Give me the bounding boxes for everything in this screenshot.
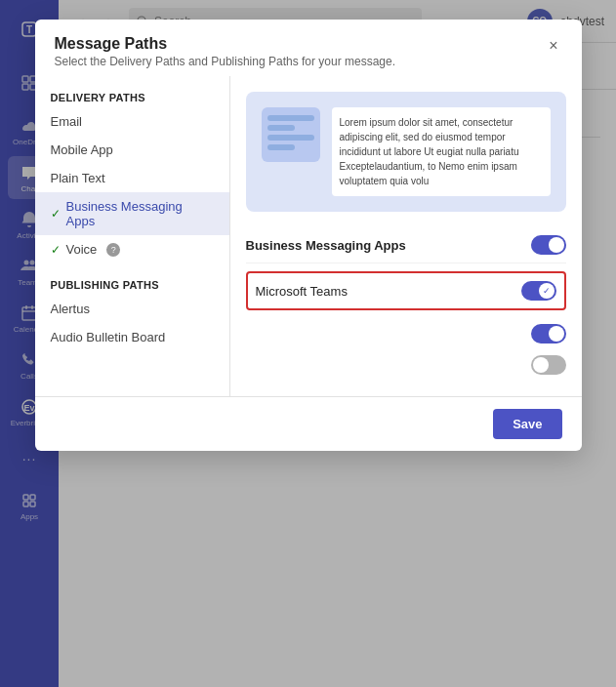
ms-teams-toggle[interactable] bbox=[521, 281, 556, 301]
extra-toggle-row-2 bbox=[246, 349, 566, 381]
preview-phone bbox=[262, 107, 320, 162]
plain-text-label: Plain Text bbox=[51, 171, 105, 185]
ms-teams-option-row: Microsoft Teams bbox=[246, 271, 566, 310]
modal-title: Message Paths bbox=[55, 35, 396, 53]
modal-footer: Save bbox=[35, 396, 582, 451]
publishing-audio-bulletin[interactable]: Audio Bulletin Board bbox=[35, 323, 229, 351]
phone-line-1 bbox=[267, 115, 314, 121]
ms-teams-label: Microsoft Teams bbox=[256, 284, 348, 299]
audio-bulletin-label: Audio Bulletin Board bbox=[51, 330, 166, 344]
business-messaging-label: Business Messaging Apps bbox=[66, 199, 214, 228]
modal-close-button[interactable]: × bbox=[545, 35, 561, 57]
modal-left-panel: Delivery Paths Email Mobile App Plain Te… bbox=[35, 76, 230, 396]
publishing-paths-label: Publishing Paths bbox=[35, 271, 229, 295]
extra-toggle-row-1 bbox=[246, 318, 566, 349]
phone-line-4 bbox=[267, 144, 296, 150]
business-messaging-toggle-label: Business Messaging Apps bbox=[246, 238, 406, 253]
business-messaging-toggle[interactable] bbox=[531, 235, 566, 255]
voice-label: Voice bbox=[66, 242, 98, 257]
extra-toggle-1[interactable] bbox=[531, 324, 566, 344]
modal-overlay: Message Paths Select the Delivery Paths … bbox=[0, 0, 616, 687]
modal-header: Message Paths Select the Delivery Paths … bbox=[35, 20, 582, 76]
phone-line-2 bbox=[267, 125, 296, 131]
delivery-voice[interactable]: ✓ Voice ? bbox=[35, 235, 229, 263]
phone-line-3 bbox=[267, 135, 314, 141]
preview-illustration: Lorem ipsum dolor sit amet, consectetur … bbox=[246, 92, 566, 212]
modal-right-panel: Lorem ipsum dolor sit amet, consectetur … bbox=[230, 76, 582, 396]
delivery-email[interactable]: Email bbox=[35, 107, 229, 136]
delivery-plain-text[interactable]: Plain Text bbox=[35, 164, 229, 192]
preview-text: Lorem ipsum dolor sit amet, consectetur … bbox=[332, 107, 551, 196]
voice-help-icon[interactable]: ? bbox=[106, 243, 120, 257]
save-button[interactable]: Save bbox=[493, 409, 561, 439]
delivery-mobile-app[interactable]: Mobile App bbox=[35, 136, 229, 164]
modal-body: Delivery Paths Email Mobile App Plain Te… bbox=[35, 76, 582, 396]
modal-title-area: Message Paths Select the Delivery Paths … bbox=[55, 35, 396, 68]
mobile-app-label: Mobile App bbox=[51, 142, 113, 157]
modal-subtitle: Select the Delivery Paths and Publishing… bbox=[55, 55, 396, 68]
delivery-paths-label: Delivery Paths bbox=[35, 84, 229, 107]
publishing-alertus[interactable]: Alertus bbox=[35, 295, 229, 323]
voice-check-icon: ✓ bbox=[51, 243, 61, 257]
delivery-business-messaging[interactable]: ✓ Business Messaging Apps bbox=[35, 192, 229, 235]
email-label: Email bbox=[51, 114, 83, 129]
business-messaging-check-icon: ✓ bbox=[51, 207, 61, 221]
extra-toggle-2[interactable] bbox=[531, 355, 566, 375]
alertus-label: Alertus bbox=[51, 302, 90, 316]
message-paths-modal: Message Paths Select the Delivery Paths … bbox=[35, 20, 582, 451]
business-messaging-toggle-row: Business Messaging Apps bbox=[246, 227, 566, 263]
